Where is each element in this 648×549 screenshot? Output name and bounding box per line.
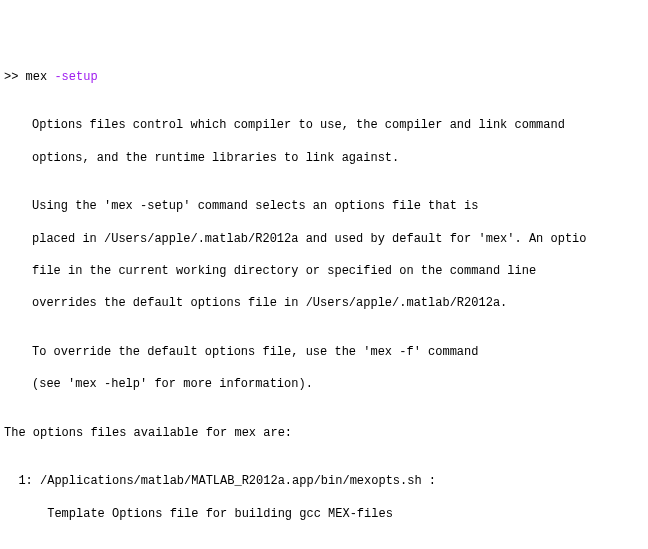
prompt-marker: >> xyxy=(4,70,26,84)
output-text: file in the current working directory or… xyxy=(4,263,648,279)
output-text: The options files available for mex are: xyxy=(4,425,648,441)
option-item: Template Options file for building gcc M… xyxy=(4,506,648,522)
output-text: placed in /Users/apple/.matlab/R2012a an… xyxy=(4,231,648,247)
option-item: 1: /Applications/matlab/MATLAB_R2012a.ap… xyxy=(4,473,648,489)
command-base: mex xyxy=(26,70,55,84)
output-text: options, and the runtime libraries to li… xyxy=(4,150,648,166)
command-arg: -setup xyxy=(54,70,97,84)
output-text: Options files control which compiler to … xyxy=(4,117,648,133)
output-text: (see 'mex -help' for more information). xyxy=(4,376,648,392)
output-text: To override the default options file, us… xyxy=(4,344,648,360)
output-text: overrides the default options file in /U… xyxy=(4,295,648,311)
command-line: >> mex -setup xyxy=(4,69,648,85)
output-text: Using the 'mex -setup' command selects a… xyxy=(4,198,648,214)
